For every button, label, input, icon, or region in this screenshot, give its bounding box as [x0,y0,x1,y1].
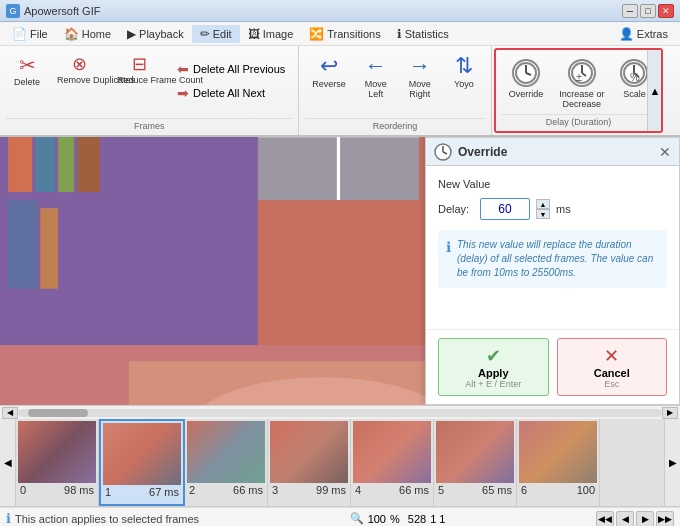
frame-thumb-6 [519,421,597,483]
panel-icon [434,143,452,161]
h-scroll-thumb[interactable] [28,409,88,417]
new-value-label: New Value [438,178,667,190]
frame-thumb-3 [270,421,348,483]
status-zoom-area: 🔍 100 % 528 1 1 [350,512,446,525]
increase-decrease-icon: ± [568,59,596,87]
delete-label: Delete [14,77,40,87]
cancel-label: Cancel [594,367,630,379]
frame-item-5[interactable]: 5 65 ms [434,419,517,506]
menu-bar: 📄 File 🏠 Home ▶ Playback ✏ Edit 🖼 Image … [0,22,680,46]
delay-row: Delay: ▲ ▼ ms [438,198,667,220]
close-button[interactable]: ✕ [658,4,674,18]
panel-title: Override [458,145,507,159]
window-controls: ─ □ ✕ [622,4,674,18]
yoyo-button[interactable]: ⇅ Yoyo [443,50,485,94]
svg-text:±: ± [576,71,582,83]
h-scroll-left-btn[interactable]: ◀ [2,407,18,419]
move-left-button[interactable]: ← MoveLeft [355,50,397,104]
frame-item-1[interactable]: 1 67 ms [99,419,185,506]
dimensions-value: 528 [408,513,426,525]
delete-all-prev-label: Delete All Previous [193,63,285,75]
svg-rect-16 [58,137,74,192]
filmstrip: ◀ 0 98 ms 1 67 ms 2 66 ms [0,419,680,507]
nav-prev-btn[interactable]: ◀ [616,511,634,527]
frame-info-3: 3 99 ms [270,483,348,497]
filmstrip-scroll-left[interactable]: ◀ [0,419,16,506]
menu-image[interactable]: 🖼 Image [240,25,302,43]
info-text: This new value will replace the duration… [457,238,659,280]
nav-last-btn[interactable]: ▶▶ [656,511,674,527]
delete-all-next-icon: ➡ [177,85,189,101]
frame-item-3[interactable]: 3 99 ms [268,419,351,506]
zoom-percent-icon: % [390,513,400,525]
h-scroll-track [18,409,662,417]
frame-item-2[interactable]: 2 66 ms [185,419,268,506]
info-box: ℹ This new value will replace the durati… [438,230,667,288]
main-content: ▲ ▼ Override ✕ New Value Delay: [0,137,680,405]
h-scroll-right-btn[interactable]: ▶ [662,407,678,419]
spin-up-btn[interactable]: ▲ [536,199,550,209]
apply-button[interactable]: ✔ Apply Alt + E / Enter [438,338,549,396]
menu-extras-label: Extras [637,28,668,40]
frame-item-6[interactable]: 6 100 [517,419,600,506]
reverse-label: Reverse [312,79,346,89]
frames-buttons: ✂ Delete ⊗ Remove Duplicates ⊟ Reduce Fr… [6,50,292,118]
frame-index-6: 6 [521,484,527,496]
delete-all-prev-icon: ⬅ [177,61,189,77]
frame-info-1: 1 67 ms [103,485,181,499]
frame-info-4: 4 66 ms [353,483,431,497]
menu-file[interactable]: 📄 File [4,25,56,43]
apply-label: Apply [478,367,509,379]
delete-all-prev-button[interactable]: ⬅ Delete All Previous [170,58,292,80]
delete-button[interactable]: ✂ Delete [6,50,48,92]
reverse-button[interactable]: ↩ Reverse [305,50,353,94]
svg-rect-17 [77,137,100,192]
menu-statistics[interactable]: ℹ Statistics [389,25,457,43]
filmstrip-scroll-right[interactable]: ▶ [664,419,680,506]
reverse-icon: ↩ [320,55,338,77]
menu-statistics-label: Statistics [405,28,449,40]
frame-duration-6: 100 [577,484,595,496]
remove-duplicates-button[interactable]: ⊗ Remove Duplicates [50,50,108,91]
spin-down-btn[interactable]: ▼ [536,209,550,219]
zoom-value: 100 [368,513,386,525]
page-indicator: 1 1 [430,513,445,525]
panel-footer: ✔ Apply Alt + E / Enter ✕ Cancel Esc [426,329,679,404]
increase-decrease-button[interactable]: ± Increase orDecrease [552,54,611,114]
delay-input[interactable] [480,198,530,220]
panel-close-button[interactable]: ✕ [659,144,671,160]
unit-label: ms [556,203,571,215]
panel-header: Override ✕ [426,138,679,166]
extras-icon: 👤 [619,27,634,41]
frame-item-0[interactable]: 0 98 ms [16,419,99,506]
minimize-button[interactable]: ─ [622,4,638,18]
remove-dup-icon: ⊗ [72,55,87,73]
move-right-button[interactable]: → MoveRight [399,50,441,104]
menu-home[interactable]: 🏠 Home [56,25,119,43]
override-button[interactable]: Override [502,54,551,104]
file-icon: 📄 [12,27,27,41]
maximize-button[interactable]: □ [640,4,656,18]
delay-collapse-btn[interactable]: ▲ [647,50,661,131]
status-nav-area: ◀◀ ◀ ▶ ▶▶ [596,511,674,527]
frame-item-4[interactable]: 4 66 ms [351,419,434,506]
apply-shortcut: Alt + E / Enter [465,379,521,389]
delete-all-col: ⬅ Delete All Previous ➡ Delete All Next [170,58,292,104]
menu-playback[interactable]: ▶ Playback [119,25,192,43]
menu-edit[interactable]: ✏ Edit [192,25,240,43]
ribbon: ✂ Delete ⊗ Remove Duplicates ⊟ Reduce Fr… [0,46,680,137]
move-right-icon: → [409,55,431,77]
reduce-frame-button[interactable]: ⊟ Reduce Frame Count [110,50,168,91]
nav-next-btn[interactable]: ▶ [636,511,654,527]
svg-rect-14 [8,137,32,192]
transitions-icon: 🔀 [309,27,324,41]
menu-transitions[interactable]: 🔀 Transitions [301,25,388,43]
frames-group-label: Frames [6,118,292,131]
nav-first-btn[interactable]: ◀◀ [596,511,614,527]
menu-extras[interactable]: 👤 Extras [611,25,676,43]
frame-duration-3: 99 ms [316,484,346,496]
reduce-frame-label: Reduce Frame Count [117,75,161,86]
cancel-button[interactable]: ✕ Cancel Esc [557,338,668,396]
override-icon [512,59,540,87]
delete-all-next-button[interactable]: ➡ Delete All Next [170,82,292,104]
